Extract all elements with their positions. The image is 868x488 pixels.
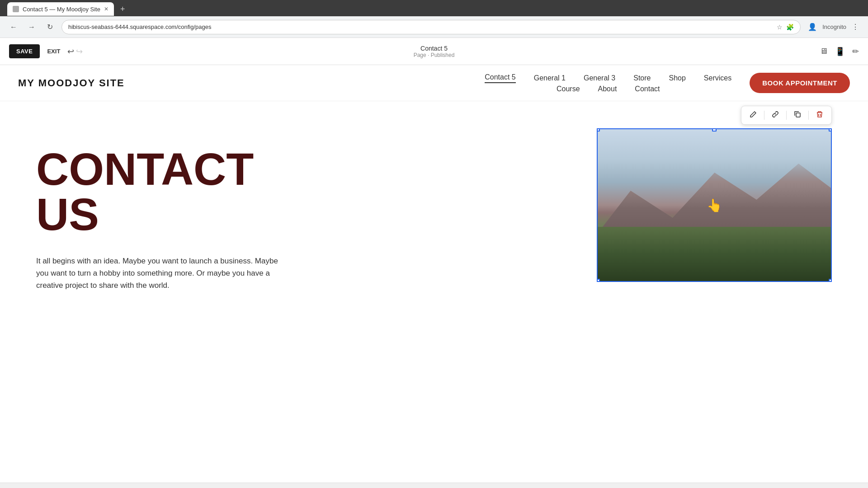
tab-close-button[interactable]: ✕ — [104, 6, 108, 12]
contact-heading: CONTACT US — [36, 146, 570, 237]
heading-line2: US — [36, 192, 570, 237]
link-button[interactable] — [768, 109, 783, 122]
save-button[interactable]: SAVE — [9, 44, 40, 58]
svg-rect-0 — [796, 113, 800, 117]
delete-button[interactable] — [812, 109, 827, 122]
tab-title: Contact 5 — My Moodjoy Site — [23, 6, 100, 13]
toolbar-right: 🖥 📱 ✏ — [820, 47, 859, 56]
book-appointment-button[interactable]: BOOK APPOINTMENT — [750, 73, 850, 93]
image-block[interactable]: 👆 — [597, 128, 832, 282]
address-bar-icons: ☆ 🧩 — [777, 23, 794, 31]
bookmark-icon[interactable]: ☆ — [777, 23, 783, 31]
toolbar-sep-1 — [764, 111, 764, 120]
horizontal-scrollbar[interactable] — [0, 483, 868, 488]
image-block-container: 👆 — [597, 128, 832, 292]
mountain-image — [598, 129, 831, 281]
active-tab[interactable]: Contact 5 — My Moodjoy Site ✕ — [7, 2, 114, 16]
edit-image-button[interactable] — [746, 109, 760, 122]
more-button[interactable]: ⋮ — [850, 21, 861, 33]
main-content-area: CONTACT US It all begins with an idea. M… — [0, 101, 868, 292]
extensions-icon[interactable]: 🧩 — [786, 23, 794, 31]
back-button[interactable]: ← — [7, 21, 20, 33]
image-edit-toolbar — [741, 106, 832, 125]
handle-top-middle[interactable] — [712, 128, 717, 131]
page-title: Contact 5 — [414, 45, 455, 52]
address-bar[interactable]: hibiscus-seabass-6444.squarespace.com/co… — [61, 20, 801, 34]
nav-services[interactable]: Services — [704, 74, 731, 82]
contact-body-text: It all begins with an idea. Maybe you wa… — [36, 255, 289, 292]
handle-top-left[interactable] — [597, 128, 600, 131]
site-logo: MY MOODJOY SITE — [18, 77, 125, 89]
nav-general3[interactable]: General 3 — [584, 74, 615, 82]
nav-row-1: Contact 5 General 1 General 3 Store Shop… — [485, 73, 731, 83]
exit-button[interactable]: EXIT — [45, 44, 62, 58]
url-text: hibiscus-seabass-6444.squarespace.com/co… — [68, 23, 777, 30]
profile-button[interactable]: 👤 — [806, 21, 819, 33]
nav-general1[interactable]: General 1 — [534, 74, 566, 82]
incognito-label: Incognito — [822, 23, 846, 30]
site-navigation: MY MOODJOY SITE Contact 5 General 1 Gene… — [0, 65, 868, 101]
toolbar-center: Contact 5 Page · Published — [414, 45, 455, 58]
handle-bottom-left[interactable] — [597, 279, 600, 282]
handle-bottom-right[interactable] — [829, 279, 832, 282]
address-bar-row: ← → ↻ hibiscus-seabass-6444.squarespace.… — [0, 16, 868, 38]
heading-line1: CONTACT — [36, 146, 570, 192]
nav-links: Contact 5 General 1 General 3 Store Shop… — [485, 73, 731, 93]
duplicate-button[interactable] — [790, 109, 805, 122]
reload-button[interactable]: ↻ — [43, 21, 56, 33]
toolbar-left: SAVE EXIT ↩ ↪ — [9, 44, 83, 58]
desktop-view-button[interactable]: 🖥 — [820, 47, 828, 56]
nav-shop[interactable]: Shop — [669, 74, 685, 82]
redo-button[interactable]: ↪ — [76, 47, 83, 56]
nav-contact[interactable]: Contact — [635, 85, 660, 93]
nav-course[interactable]: Course — [557, 85, 580, 93]
browser-actions: 👤 Incognito ⋮ — [806, 21, 861, 33]
toolbar-sep-3 — [808, 111, 809, 120]
nav-row-2: Course About Contact — [557, 85, 660, 93]
tab-bar: Contact 5 — My Moodjoy Site ✕ + — [0, 0, 868, 16]
nav-about[interactable]: About — [598, 85, 617, 93]
editor-toolbar: SAVE EXIT ↩ ↪ Contact 5 Page · Published… — [0, 38, 868, 65]
toolbar-sep-2 — [786, 111, 787, 120]
nav-contact5[interactable]: Contact 5 — [485, 73, 515, 83]
mobile-view-button[interactable]: 📱 — [835, 47, 845, 56]
design-button[interactable]: ✏ — [852, 47, 859, 56]
nav-store[interactable]: Store — [633, 74, 651, 82]
undo-redo-group: ↩ ↪ — [67, 47, 83, 56]
forward-button[interactable]: → — [25, 21, 38, 33]
new-tab-button[interactable]: + — [117, 5, 129, 14]
tab-favicon — [13, 6, 19, 12]
undo-button[interactable]: ↩ — [67, 47, 74, 56]
page-status: Page · Published — [414, 52, 455, 58]
content-left: CONTACT US It all begins with an idea. M… — [36, 128, 570, 292]
handle-top-right[interactable] — [829, 128, 832, 131]
